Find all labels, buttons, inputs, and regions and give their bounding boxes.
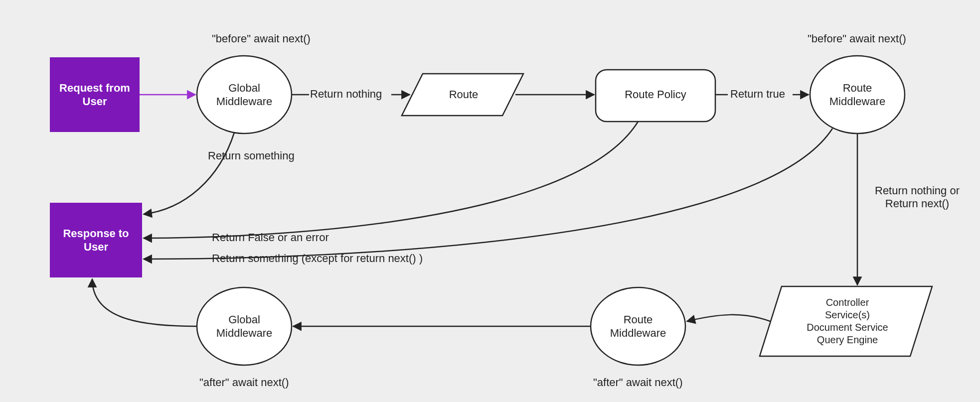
controller-text: Controller Service(s) Document Service Q… [778,289,917,354]
after-label-left: "after" await next() [199,376,289,389]
return-false-error-label: Return False or an error [212,231,329,244]
before-label-right: "before" await next() [808,32,906,45]
route-text: Route [426,85,501,105]
arrow-policy-to-response [144,122,638,238]
route-middleware-bottom-text: Route Middleware [591,306,685,346]
global-middleware-bottom-text: Global Middleware [197,306,292,346]
return-true-label: Return true [730,88,785,101]
arrow-globalmw-bottom-to-response [92,279,197,326]
request-node: Request from User [50,57,140,132]
before-label-left: "before" await next() [212,32,311,45]
global-middleware-top-text: Global Middleware [197,75,292,115]
response-label: Response to User [50,227,142,254]
return-something-label: Return something [208,149,295,162]
route-middleware-top-text: Route Middleware [810,75,905,115]
route-policy-text: Route Policy [596,85,715,105]
arrow-globalmw-top-to-response [144,133,234,214]
return-something-except-label: Return something (except for return next… [212,252,423,265]
arrow-controller-to-routemw-bottom [687,315,770,321]
diagram-canvas: Request from User Response to User Globa… [0,0,980,402]
response-node: Response to User [50,203,142,277]
return-nothing-label: Return nothing [310,88,382,101]
request-label: Request from User [50,81,140,109]
return-nothing-or-next-label: Return nothing or Return next() [867,184,967,210]
after-label-right: "after" await next() [593,376,682,389]
